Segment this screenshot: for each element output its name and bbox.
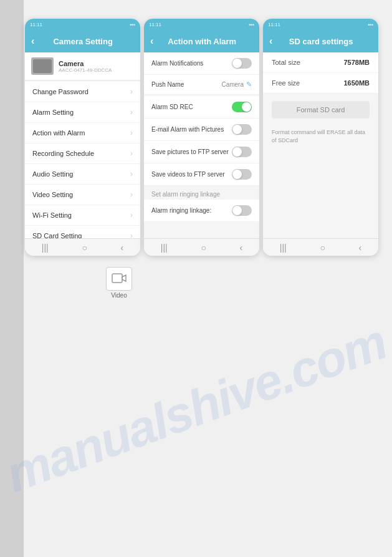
alarm-section-rec: Alarm SD REC E-mail Alarm with Pictures	[144, 96, 259, 186]
save-videos-ftp-label: Save videos to FTP server	[151, 171, 225, 178]
chevron-alarm-setting: ›	[130, 108, 133, 117]
status-time-3: 11:11	[268, 22, 280, 27]
phone-action-with-alarm: 11:11 ▪▪▪ ‹ Action with Alarm Alarm Noti…	[144, 19, 259, 256]
save-pictures-ftp-knob	[232, 147, 242, 157]
save-videos-ftp-row: Save videos to FTP server	[144, 163, 259, 186]
phone3-content: Total size 7578MB Free size 1650MB Forma…	[263, 52, 378, 238]
alarm-ringing-toggle[interactable]	[232, 205, 252, 216]
menu-video-setting[interactable]: Video Setting ›	[25, 185, 140, 205]
chevron-sd-card-setting: ›	[130, 231, 133, 238]
push-name-text: Camera	[221, 81, 244, 88]
status-bar-1: 11:11 ▪▪▪	[25, 19, 140, 30]
nav-recents-1[interactable]: |||	[42, 243, 49, 253]
phone-sd-card-settings: 11:11 ▪▪▪ ‹ SD card settings Total size …	[263, 19, 378, 256]
total-size-value: 7578MB	[343, 59, 370, 66]
email-alarm-toggle[interactable]	[232, 124, 252, 135]
chevron-video-setting: ›	[130, 190, 133, 199]
menu-wifi-setting[interactable]: Wi-Fi Setting ›	[25, 205, 140, 226]
header-title-1: Camera Setting	[41, 37, 125, 46]
menu-label-recording-schedule: Recording Schedule	[32, 150, 94, 157]
phone2-content: Alarm Notifications Push Name Camera ✎	[144, 52, 259, 238]
menu-sd-card-setting[interactable]: SD Card Setting ›	[25, 226, 140, 238]
alarm-ringing-label: Alarm ringing linkage:	[151, 207, 211, 214]
alarm-section-main: Alarm Notifications Push Name Camera ✎	[144, 52, 259, 95]
video-icon-svg	[112, 273, 127, 285]
watermark-text: manualshive.com	[0, 313, 392, 504]
nav-home-2[interactable]: ○	[201, 243, 206, 253]
nav-back-3[interactable]: ‹	[358, 243, 361, 253]
alarm-notifications-knob	[232, 59, 242, 68]
watermark: manualshive.com	[0, 262, 392, 555]
status-signal-2: ▪▪▪	[249, 22, 254, 27]
menu-label-action-with-alarm: Action with Alarm	[32, 129, 85, 137]
phone1-content: Camera AACC-0471-49-DDCCA Change Passwor…	[25, 52, 140, 238]
bottom-nav-2: ||| ○ ‹	[144, 238, 259, 256]
header-bar-1: ‹ Camera Setting	[25, 30, 140, 52]
total-size-label: Total size	[272, 59, 300, 66]
status-signal-1: ▪▪▪	[130, 22, 135, 27]
free-size-value: 1650MB	[343, 79, 370, 87]
alarm-notifications-toggle[interactable]	[232, 58, 252, 69]
email-alarm-knob	[232, 125, 242, 134]
alarm-ringing-knob	[232, 206, 242, 215]
header-title-3: SD card settings	[279, 37, 363, 46]
back-arrow-1[interactable]: ‹	[31, 36, 34, 47]
phones-row: 11:11 ▪▪▪ ‹ Camera Setting Camera AACC-0…	[25, 19, 378, 256]
chevron-recording-schedule: ›	[130, 149, 133, 158]
bottom-nav-3: ||| ○ ‹	[263, 238, 378, 256]
status-time-2: 11:11	[149, 22, 161, 27]
menu-label-change-password: Change Password	[32, 88, 88, 95]
menu-label-video-setting: Video Setting	[32, 191, 73, 198]
alarm-notifications-label: Alarm Notifications	[151, 60, 203, 67]
alarm-notifications-row: Alarm Notifications	[144, 52, 259, 75]
chevron-wifi-setting: ›	[130, 211, 133, 220]
video-icon-box[interactable]	[106, 267, 132, 291]
back-arrow-2[interactable]: ‹	[150, 36, 153, 47]
camera-name: Camera	[59, 60, 112, 67]
total-size-row: Total size 7578MB	[263, 52, 378, 73]
menu-alarm-setting[interactable]: Alarm Setting ›	[25, 102, 140, 123]
save-videos-ftp-toggle[interactable]	[232, 169, 252, 180]
save-pictures-ftp-label: Save pictures to FTP server	[151, 148, 229, 155]
menu-change-password[interactable]: Change Password ›	[25, 82, 140, 102]
alarm-ringing-row: Alarm ringing linkage:	[144, 200, 259, 222]
nav-home-3[interactable]: ○	[320, 243, 325, 253]
email-alarm-row: E-mail Alarm with Pictures	[144, 119, 259, 141]
left-strip	[0, 0, 24, 557]
save-pictures-ftp-row: Save pictures to FTP server	[144, 141, 259, 163]
alarm-ringing-section: Alarm ringing linkage:	[144, 200, 259, 222]
nav-recents-2[interactable]: |||	[161, 243, 168, 253]
camera-mac: AACC-0471-49-DDCCA	[59, 67, 112, 73]
camera-name-block: Camera AACC-0471-49-DDCCA	[59, 60, 112, 73]
svg-rect-0	[112, 274, 122, 283]
menu-audio-setting[interactable]: Audio Setting ›	[25, 164, 140, 185]
push-name-label: Push Name	[151, 81, 184, 88]
push-name-edit-icon[interactable]: ✎	[246, 80, 252, 89]
format-sd-button[interactable]: Format SD card	[272, 101, 370, 119]
camera-info: Camera AACC-0471-49-DDCCA	[25, 52, 140, 80]
phone-camera-setting: 11:11 ▪▪▪ ‹ Camera Setting Camera AACC-0…	[25, 19, 140, 256]
nav-recents-3[interactable]: |||	[280, 243, 287, 253]
menu-label-audio-setting: Audio Setting	[32, 170, 73, 178]
alarm-sd-rec-toggle[interactable]	[232, 102, 252, 112]
nav-back-1[interactable]: ‹	[120, 243, 123, 253]
format-warning-text: Format command will ERASE all data of SD…	[272, 128, 370, 144]
video-icon-container: Video	[106, 267, 132, 299]
menu-action-with-alarm[interactable]: Action with Alarm ›	[25, 123, 140, 143]
alarm-sd-rec-label: Alarm SD REC	[151, 104, 193, 110]
save-pictures-ftp-toggle[interactable]	[232, 147, 252, 157]
nav-back-2[interactable]: ‹	[239, 243, 242, 253]
svg-marker-1	[122, 275, 126, 281]
nav-home-1[interactable]: ○	[82, 243, 87, 253]
header-title-2: Action with Alarm	[160, 37, 244, 46]
status-bar-2: 11:11 ▪▪▪	[144, 19, 259, 30]
menu-recording-schedule[interactable]: Recording Schedule ›	[25, 143, 140, 164]
bottom-nav-1: ||| ○ ‹	[25, 238, 140, 256]
status-bar-3: 11:11 ▪▪▪	[263, 19, 378, 30]
chevron-action-with-alarm: ›	[130, 128, 133, 137]
back-arrow-3[interactable]: ‹	[269, 36, 272, 47]
alarm-sd-rec-knob	[242, 102, 251, 112]
push-name-row: Push Name Camera ✎	[144, 75, 259, 95]
camera-thumb-inner	[33, 59, 52, 73]
email-alarm-label: E-mail Alarm with Pictures	[151, 126, 224, 133]
